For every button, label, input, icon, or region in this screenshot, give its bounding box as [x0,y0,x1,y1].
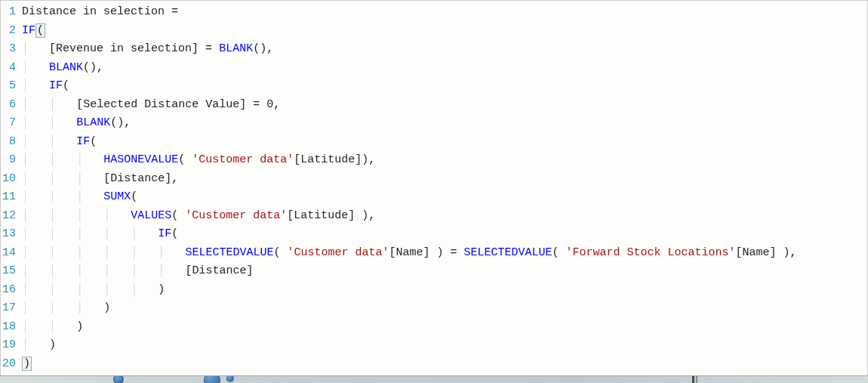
line-number: 6 [2,96,16,115]
code-line[interactable]: │ │ │ HASONEVALUE( 'Customer data'[Latit… [22,151,867,170]
token-str: 'Forward Stock Locations' [566,246,736,259]
code-line[interactable]: ) [22,355,867,374]
code-line[interactable]: Distance in selection = [22,3,867,22]
code-line[interactable]: │ IF( [22,77,867,96]
token-plain: ( [178,153,192,166]
token-plain: ( [273,246,287,259]
token-plain: [Distance] [185,264,253,277]
dax-code-editor[interactable]: 1234567891011121314151617181920 Distance… [0,0,868,383]
token-plain: [Name] ) = [389,246,463,259]
code-line[interactable]: │ │ │ ) [22,299,867,318]
token-kw: BLANK [76,116,110,129]
code-line[interactable]: │ │ │ │ │ ) [22,281,867,300]
token-plain: ( [131,190,137,203]
line-number: 10 [2,170,16,189]
token-plain: (), [83,61,103,74]
token-kw: IF [22,24,35,37]
code-line[interactable]: IF( [22,22,867,41]
code-area[interactable]: Distance in selection =IF(│ [Revenue in … [20,1,867,382]
line-number: 5 [2,77,16,96]
token-plain: [Selected Distance Value] = 0, [76,98,280,111]
line-number: 3 [2,40,16,59]
token-plain: [Distance], [103,172,178,185]
code-line[interactable]: │ │ │ │ │ │ [Distance] [22,262,867,281]
token-plain: [Name] ), [736,246,797,259]
line-number: 15 [2,262,16,281]
line-number: 14 [2,244,16,263]
token-plain: ( [90,135,97,148]
code-line[interactable]: │ │ │ │ │ │ SELECTEDVALUE( 'Customer dat… [22,244,867,263]
code-line[interactable]: │ │ ) [22,318,867,337]
code-line[interactable]: │ [Revenue in selection] = BLANK(), [22,40,867,59]
token-plain: ) [158,283,165,296]
token-str: 'Customer data' [192,153,294,166]
token-plain: ( [553,246,566,259]
line-number: 19 [2,336,16,355]
line-number-gutter: 1234567891011121314151617181920 [1,1,20,382]
line-number: 13 [2,225,16,244]
token-kw: BLANK [49,61,83,74]
token-kw: IF [158,227,171,240]
line-number: 8 [2,133,16,152]
token-kw: HASONEVALUE [103,153,178,166]
code-line[interactable]: │ │ BLANK(), [22,114,867,133]
code-line[interactable]: │ │ │ [Distance], [22,170,867,189]
token-kw: IF [76,135,90,148]
line-number: 17 [2,299,16,318]
token-kw: IF [49,79,63,92]
line-number: 1 [2,3,16,22]
token-plain: Distance in selection = [22,5,178,18]
window-bottom-decoration [0,375,868,383]
token-plain: ) [103,301,110,314]
token-plain: ( [35,23,45,38]
line-number: 20 [2,355,16,374]
code-line[interactable]: │ │ [Selected Distance Value] = 0, [22,96,867,115]
token-plain: (), [110,116,131,129]
code-line[interactable]: │ │ │ SUMX( [22,188,867,207]
token-plain: (), [253,42,273,55]
token-plain: ) [76,320,83,333]
token-kw: SELECTEDVALUE [185,246,273,259]
token-kw: SUMX [103,190,131,203]
code-line[interactable]: │ ) [22,336,867,355]
line-number: 2 [2,22,16,41]
token-kw: SELECTEDVALUE [464,246,553,259]
line-number: 12 [2,207,16,226]
token-plain: ( [171,209,185,222]
token-str: 'Customer data' [185,209,287,222]
line-number: 7 [2,114,16,133]
token-plain: ) [49,338,56,351]
code-line[interactable]: │ │ │ │ │ IF( [22,225,867,244]
token-kw: BLANK [219,42,253,55]
token-str: 'Customer data' [287,246,389,259]
line-number: 11 [2,188,16,207]
token-plain: ( [63,79,69,92]
line-number: 4 [2,59,16,78]
token-plain: [Revenue in selection] = [49,42,219,55]
code-line[interactable]: │ │ │ │ VALUES( 'Customer data'[Latitude… [22,207,867,226]
code-line[interactable]: │ BLANK(), [22,59,867,78]
token-plain: [Latitude] ), [287,209,375,222]
line-number: 9 [2,151,16,170]
token-plain: ( [171,227,178,240]
line-number: 18 [2,318,16,337]
line-number: 16 [2,281,16,300]
token-kw: VALUES [131,209,171,222]
code-line[interactable]: │ │ IF( [22,133,867,152]
token-plain: [Latitude]), [294,153,375,166]
token-plain: ) [22,357,32,371]
